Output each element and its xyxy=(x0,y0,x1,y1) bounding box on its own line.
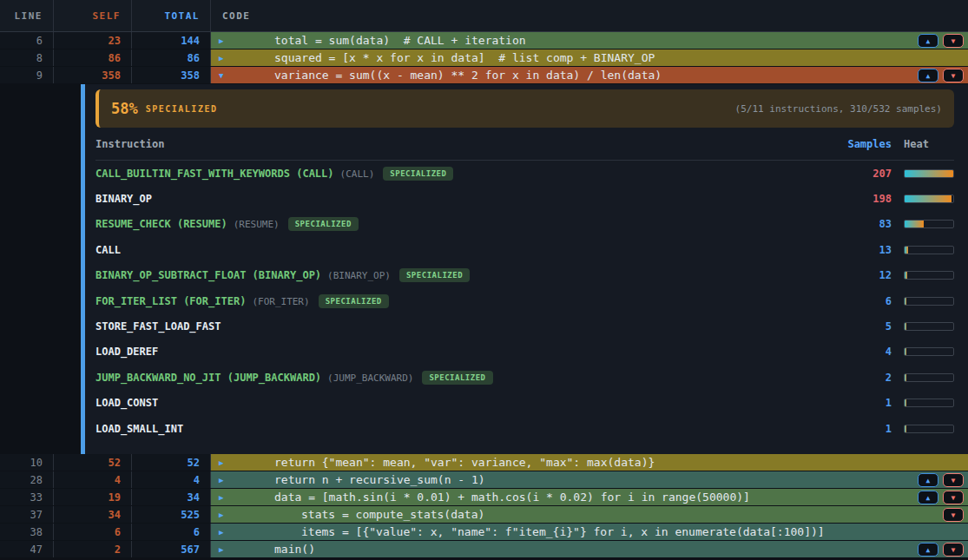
instruction-row: BINARY_OP 198 xyxy=(95,186,954,211)
heat-bar-fill xyxy=(905,195,952,202)
instruction-opcode: STORE_FAST_LOAD_FAST xyxy=(95,320,221,333)
expander-icon[interactable]: ▶ xyxy=(219,493,236,502)
instruction-samples: 1 xyxy=(831,423,892,435)
self-samples: 52 xyxy=(54,454,132,471)
line-number: 28 xyxy=(0,471,54,488)
instruction-samples: 198 xyxy=(831,193,892,205)
instruction-name: BINARY_OP xyxy=(95,193,831,205)
instruction-opcode: RESUME_CHECK (RESUME) xyxy=(95,218,227,230)
line-number: 38 xyxy=(0,524,54,540)
code-text: return {"mean": mean, "var": variance, "… xyxy=(236,456,655,469)
jump-up-button[interactable]: ▲ xyxy=(918,34,938,48)
self-samples: 6 xyxy=(54,524,132,540)
heat-bar-fill xyxy=(905,374,906,381)
expander-icon[interactable]: ▼ xyxy=(219,71,236,80)
instruction-heat xyxy=(892,347,954,356)
heat-bar-fill xyxy=(905,348,906,355)
heat-bar-fill xyxy=(905,399,906,406)
specialized-label: SPECIALIZED xyxy=(146,104,218,114)
instruction-samples: 12 xyxy=(831,269,892,281)
jump-down-button[interactable]: ▼ xyxy=(943,473,964,487)
instruction-row: LOAD_CONST 1 xyxy=(95,391,954,416)
instruction-samples: 2 xyxy=(831,372,892,384)
instruction-opcode: BINARY_OP xyxy=(95,193,152,205)
instruction-name: STORE_FAST_LOAD_FAST xyxy=(95,320,831,333)
jump-down-button[interactable]: ▼ xyxy=(943,69,964,82)
jump-up-button[interactable]: ▲ xyxy=(918,69,938,82)
jump-up-button[interactable]: ▲ xyxy=(918,543,938,557)
instruction-name: RESUME_CHECK (RESUME)(RESUME)SPECIALIZED xyxy=(95,217,831,231)
instruction-table-header: Instruction Samples Heat xyxy=(95,128,954,161)
code-cell[interactable]: ▶ main() ▲ ▼ xyxy=(211,541,968,557)
instruction-opcode: LOAD_DEREF xyxy=(95,346,158,358)
jump-down-button[interactable]: ▼ xyxy=(943,508,964,522)
code-cell[interactable]: ▶ data = [math.sin(i * 0.01) + math.cos(… xyxy=(211,489,968,505)
jump-down-button[interactable]: ▼ xyxy=(943,491,964,504)
code-row: 47 2 567 ▶ main() ▲ ▼ xyxy=(0,541,968,558)
instruction-column-header: Instruction xyxy=(95,138,831,150)
heat-bar-fill xyxy=(905,272,907,279)
samples-column-header[interactable]: Samples xyxy=(831,138,892,150)
instruction-opcode: JUMP_BACKWARD_NO_JIT (JUMP_BACKWARD) xyxy=(95,372,321,384)
code-row: 38 6 6 ▶ items = [{"value": x, "name": f… xyxy=(0,524,968,541)
instruction-row: RESUME_CHECK (RESUME)(RESUME)SPECIALIZED… xyxy=(95,212,954,237)
instruction-row: FOR_ITER_LIST (FOR_ITER)(FOR_ITER)SPECIA… xyxy=(95,288,954,313)
self-samples: 34 xyxy=(54,506,132,523)
expander-icon[interactable]: ▶ xyxy=(219,36,236,45)
instruction-opcode: LOAD_CONST xyxy=(95,397,158,409)
code-cell[interactable]: ▼ variance = sum((x - mean) ** 2 for x i… xyxy=(211,67,968,83)
line-number: 47 xyxy=(0,541,54,557)
heat-bar xyxy=(904,246,954,254)
instruction-heat xyxy=(892,169,954,178)
code-text: stats = compute_stats(data) xyxy=(236,508,484,521)
self-samples: 86 xyxy=(54,49,132,66)
line-number: 6 xyxy=(0,32,54,49)
instruction-base-opcode: (JUMP_BACKWARD) xyxy=(327,372,413,384)
specialized-detail: (5/11 instructions, 310/532 samples) xyxy=(735,103,942,115)
instruction-heat xyxy=(892,399,954,407)
line-number: 8 xyxy=(0,49,54,66)
heat-bar xyxy=(904,297,954,306)
instruction-name: LOAD_DEREF xyxy=(95,346,831,358)
expander-icon[interactable]: ▶ xyxy=(219,545,236,554)
code-cell[interactable]: ▶ return n + recursive_sum(n - 1) ▲ ▼ xyxy=(211,471,968,488)
line-number: 33 xyxy=(0,489,54,505)
heat-column-header: Heat xyxy=(892,138,954,150)
heat-bar-fill xyxy=(905,425,906,432)
heat-bar-fill xyxy=(905,170,953,177)
expander-icon[interactable]: ▶ xyxy=(219,511,236,519)
heat-bar-fill xyxy=(905,221,924,227)
line-number: 37 xyxy=(0,506,54,523)
code-text: data = [math.sin(i * 0.01) + math.cos(i … xyxy=(236,491,750,504)
code-cell[interactable]: ▶ squared = [x * x for x in data] # list… xyxy=(211,49,968,66)
instruction-samples: 13 xyxy=(831,244,892,256)
code-cell[interactable]: ▶ items = [{"value": x, "name": f"item_{… xyxy=(211,524,968,540)
total-samples: 6 xyxy=(132,524,211,540)
specialized-badge: SPECIALIZED xyxy=(288,217,359,231)
self-samples: 19 xyxy=(54,489,132,505)
jump-down-button[interactable]: ▼ xyxy=(943,34,964,48)
panel-gutter xyxy=(0,84,81,454)
expander-icon[interactable]: ▶ xyxy=(219,458,236,467)
code-cell[interactable]: ▶ return {"mean": mean, "var": variance,… xyxy=(211,454,968,471)
jump-up-button[interactable]: ▲ xyxy=(918,491,938,504)
code-row: 37 34 525 ▶ stats = compute_stats(data) … xyxy=(0,506,968,524)
jump-down-button[interactable]: ▼ xyxy=(943,543,964,557)
row-nav-buttons: ▲ ▼ xyxy=(918,491,964,504)
jump-up-button[interactable]: ▲ xyxy=(918,473,938,487)
total-samples: 525 xyxy=(132,506,211,523)
instruction-samples: 207 xyxy=(831,168,892,180)
code-rows-bottom: 10 52 52 ▶ return {"mean": mean, "var": … xyxy=(0,454,968,558)
expander-icon[interactable]: ▶ xyxy=(219,528,236,537)
code-cell[interactable]: ▶ total = sum(data) # CALL + iteration ▲… xyxy=(211,32,968,49)
instruction-heat xyxy=(892,322,954,331)
code-cell[interactable]: ▶ stats = compute_stats(data) ▲ ▼ xyxy=(211,506,968,523)
column-header-total: TOTAL xyxy=(132,0,211,31)
expander-icon[interactable]: ▶ xyxy=(219,54,236,63)
total-samples: 358 xyxy=(132,67,211,83)
heat-bar xyxy=(904,322,954,331)
row-nav-buttons: ▲ ▼ xyxy=(943,508,964,522)
heat-bar xyxy=(904,399,954,407)
total-samples: 4 xyxy=(132,471,211,488)
expander-icon[interactable]: ▶ xyxy=(219,476,236,484)
